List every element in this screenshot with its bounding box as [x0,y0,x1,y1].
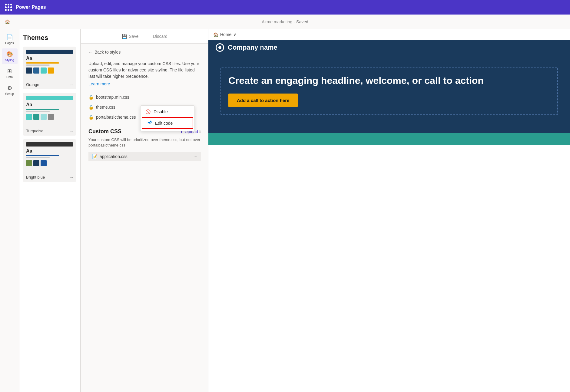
info-icon: ℹ [199,130,201,134]
data-label: Data [6,75,13,79]
company-name: Company name [228,44,277,51]
chevron-down-icon: ∨ [233,32,236,37]
preview-nav: 🏠 Home ∨ [208,29,570,40]
css-panel-content: ← Back to styles Upload, edit, and manag… [81,44,208,392]
file-info: 📝 application.css [92,154,128,159]
back-to-styles-link[interactable]: ← Back to styles [88,50,201,54]
themes-title: Themes [23,34,76,42]
preview-panel: 🏠 Home ∨ Company name Create an engaging… [208,29,570,392]
back-label: Back to styles [94,50,121,54]
save-button[interactable]: 💾 Save [119,29,141,43]
css-panel-toolbar: 💾 Save Discard [81,29,208,44]
setup-label: Set up [5,92,14,96]
disable-icon: 🚫 [145,109,151,114]
theme-name-turquoise: Turquoise [26,129,43,133]
theme-name-brightblue: Bright blue [26,175,45,180]
theme-options-turquoise[interactable]: ··· [70,129,73,133]
pages-label: Pages [5,41,14,45]
home-nav-icon: 🏠 [213,32,218,37]
site-teal-bar [208,133,570,145]
learn-more-link[interactable]: Learn more [88,81,110,86]
lock-icon-bootstrap: 🔒 [88,95,94,100]
custom-css-section: Custom CSS ⬆ Upload ℹ Your custom CSS wi… [88,128,201,161]
file-name-theme: theme.css [96,105,115,110]
file-icon-app: 📝 [92,154,97,159]
custom-css-title: Custom CSS [88,128,121,135]
site-name: Akme marketing [262,19,292,24]
css-panel: 💾 Save Discard ← Back to styles Upload, … [81,29,208,392]
main-layout: 📄 Pages 🎨 Styling ⊞ Data ⚙ Set up ··· Th… [0,29,570,392]
separator: - [293,19,295,24]
app-title: Power Pages [16,5,46,10]
lock-icon-portal: 🔒 [88,115,94,120]
sidebar-item-pages[interactable]: 📄 Pages [2,31,18,47]
css-description: Upload, edit, and manage your custom CSS… [88,61,201,80]
custom-css-file-row: 📝 application.css ··· [88,152,201,161]
theme-card-brightblue[interactable]: Aa Bright blue ··· [23,139,76,182]
cta-button[interactable]: Add a call to action here [228,94,298,107]
site-logo [216,43,224,52]
arrow-left-icon: ← [88,50,93,54]
hero-headline: Create an engaging headline, welcome, or… [228,75,550,86]
context-menu-edit-code[interactable]: Edit code [142,117,193,129]
home-nav[interactable]: 🏠 [5,19,10,24]
home-nav-label: Home [220,32,231,37]
save-label: Save [129,34,138,39]
hero-content-area[interactable]: Create an engaging headline, welcome, or… [220,67,558,115]
data-icon: ⊞ [7,68,12,74]
file-name-bootstrap: bootstrap.min.css [96,95,129,100]
discard-label: Discard [153,34,167,39]
edit-code-label: Edit code [155,121,173,126]
theme-options-orange[interactable]: ··· [70,82,73,87]
theme-card-turquoise[interactable]: Aa Turquoise ··· [23,93,76,136]
left-sidebar: 📄 Pages 🎨 Styling ⊞ Data ⚙ Set up ··· [0,29,19,392]
preview-content: Company name Create an engaging headline… [208,40,570,392]
pages-icon: 📄 [6,34,13,41]
sidebar-item-data[interactable]: ⊞ Data [2,65,18,81]
themes-panel: Themes Aa Orange ··· [19,29,80,392]
vscode-icon [147,120,152,126]
sidebar-item-styling[interactable]: 🎨 Styling [2,48,18,64]
file-options-button[interactable]: ··· [194,154,197,159]
file-name-portal: portalbasictheme.css [96,115,136,120]
theme-options-brightblue[interactable]: ··· [70,175,73,180]
top-bar: Power Pages [0,0,570,15]
site-header: Company name [208,40,570,55]
theme-card-orange[interactable]: Aa Orange ··· [23,47,76,89]
custom-css-description: Your custom CSS will be prioritized over… [88,137,201,148]
styling-label: Styling [5,58,14,62]
site-hero: Create an engaging headline, welcome, or… [208,55,570,133]
home-icon: 🏠 [5,19,10,24]
setup-icon: ⚙ [7,85,12,91]
theme-name-orange: Orange [26,82,39,87]
discard-button[interactable]: Discard [151,29,170,43]
styling-icon: 🎨 [6,51,13,58]
file-name-app: application.css [100,154,128,159]
sidebar-item-setup[interactable]: ⚙ Set up [2,82,18,98]
css-file-bootstrap: 🔒 bootstrap.min.css [88,92,201,102]
disable-label: Disable [154,109,168,114]
saved-status: Saved [296,19,308,24]
context-menu-disable[interactable]: 🚫 Disable [141,107,194,117]
save-icon: 💾 [122,34,127,39]
secondary-header: 🏠 Akme marketing - Saved [0,15,570,29]
lock-icon-theme: 🔒 [88,105,94,110]
context-menu: 🚫 Disable Edit code [140,105,195,131]
site-preview: Company name Create an engaging headline… [208,40,570,392]
app-launcher-icon[interactable] [5,4,12,11]
more-options[interactable]: ··· [7,102,12,108]
breadcrumb-area: Akme marketing - Saved [262,19,308,24]
